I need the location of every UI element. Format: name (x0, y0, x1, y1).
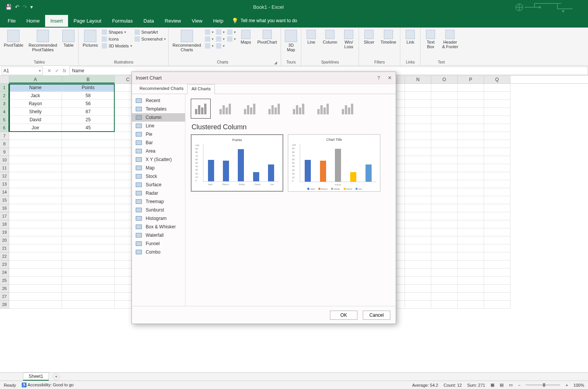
cell[interactable] (9, 196, 62, 204)
menu-home[interactable]: Home (21, 15, 45, 27)
cell[interactable] (62, 148, 115, 156)
cell[interactable] (484, 269, 510, 277)
cell[interactable]: Points (62, 84, 115, 92)
cell[interactable] (484, 228, 510, 236)
row-header-1[interactable]: 1 (0, 84, 9, 92)
zoom-in-button[interactable]: + (565, 383, 568, 387)
cell[interactable] (9, 132, 62, 140)
view-page-break-icon[interactable]: ▭ (509, 382, 513, 387)
chart-subtype-0[interactable] (191, 99, 211, 119)
cell[interactable] (9, 148, 62, 156)
chart-type-area[interactable]: Area (132, 147, 185, 155)
cell[interactable]: Name (9, 84, 62, 92)
cell[interactable] (458, 156, 484, 164)
smartart-button[interactable]: SmartArt (135, 29, 166, 35)
statistic-chart-dropdown[interactable] (216, 36, 225, 42)
cell[interactable] (9, 277, 62, 285)
cancel-formula-icon[interactable]: ✕ (47, 68, 51, 73)
pictures-button[interactable]: Pictures (81, 29, 99, 48)
cell[interactable] (431, 108, 458, 116)
select-all-corner[interactable] (0, 76, 9, 83)
cell[interactable] (431, 269, 458, 277)
sparkline-line-button[interactable]: Line (304, 29, 319, 45)
cell[interactable] (405, 148, 431, 156)
cell[interactable] (458, 228, 484, 236)
icons-button[interactable]: Icons (102, 36, 132, 42)
chart-type-stock[interactable]: Stock (132, 172, 185, 181)
cell[interactable] (405, 236, 431, 244)
zoom-level[interactable]: 100% (573, 383, 584, 387)
row-header-6[interactable]: 6 (0, 124, 9, 132)
3d-map-button[interactable]: 3D Map (283, 29, 299, 53)
cell[interactable]: 56 (62, 100, 115, 108)
cell[interactable] (431, 132, 458, 140)
cell[interactable]: Jack (9, 92, 62, 100)
cell[interactable] (431, 140, 458, 148)
cell[interactable] (405, 188, 431, 196)
cell[interactable] (484, 116, 510, 124)
cell[interactable] (405, 244, 431, 252)
row-header-4[interactable]: 4 (0, 108, 9, 116)
cell[interactable] (405, 212, 431, 220)
dialog-titlebar[interactable]: Insert Chart ? ✕ (132, 72, 396, 84)
cell[interactable] (405, 172, 431, 180)
column-header-Q[interactable]: Q (484, 76, 510, 83)
cell[interactable] (405, 204, 431, 212)
row-header-15[interactable]: 15 (0, 196, 9, 204)
menu-formulas[interactable]: Formulas (107, 15, 138, 27)
chart-subtype-5[interactable] (313, 99, 333, 119)
cell[interactable] (9, 244, 62, 252)
cell[interactable] (484, 244, 510, 252)
cell[interactable] (431, 204, 458, 212)
cell[interactable] (431, 301, 458, 309)
cell[interactable] (405, 252, 431, 260)
cell[interactable] (9, 301, 62, 309)
cell[interactable] (9, 172, 62, 180)
header-footer-button[interactable]: Header & Footer (440, 29, 460, 50)
cell[interactable] (484, 132, 510, 140)
cancel-button[interactable]: Cancel (363, 311, 390, 320)
fx-icon[interactable]: fx (63, 68, 66, 73)
pivot-table-button[interactable]: PivotTable (2, 29, 25, 48)
row-header-7[interactable]: 7 (0, 132, 9, 140)
chart-preview-2[interactable]: Chart Title 1009080706050403020100 Point… (288, 134, 380, 192)
chart-subtype-4[interactable] (289, 99, 309, 119)
cell[interactable] (405, 285, 431, 293)
chart-type-x-y-scatter-[interactable]: X Y (Scatter) (132, 155, 185, 164)
cell[interactable] (484, 148, 510, 156)
cell[interactable] (484, 92, 510, 100)
qat-customize-icon[interactable]: ▾ (30, 4, 33, 10)
row-header-14[interactable]: 14 (0, 188, 9, 196)
chart-type-radar[interactable]: Radar (132, 189, 185, 197)
cell[interactable] (62, 180, 115, 188)
tell-me-search[interactable]: 💡 Tell me what you want to do (232, 18, 297, 24)
cell[interactable] (458, 108, 484, 116)
cell[interactable] (431, 236, 458, 244)
cell[interactable] (484, 156, 510, 164)
cell[interactable] (62, 285, 115, 293)
cell[interactable] (62, 156, 115, 164)
row-header-22[interactable]: 22 (0, 252, 9, 260)
cell[interactable] (431, 228, 458, 236)
menu-help[interactable]: Help (208, 15, 229, 27)
cell[interactable] (9, 269, 62, 277)
cell[interactable] (62, 172, 115, 180)
cell[interactable] (458, 212, 484, 220)
chart-type-surface[interactable]: Surface (132, 181, 185, 189)
maps-button[interactable]: Maps (238, 29, 253, 45)
cell[interactable] (62, 188, 115, 196)
save-icon[interactable]: 💾 (5, 4, 12, 10)
chart-type-bar[interactable]: Bar (132, 138, 185, 147)
cell[interactable] (458, 269, 484, 277)
column-header-P[interactable]: P (458, 76, 484, 83)
cell[interactable] (458, 84, 484, 92)
cell[interactable] (405, 180, 431, 188)
new-sheet-button[interactable]: + (53, 373, 60, 380)
cell[interactable] (405, 220, 431, 228)
cell[interactable] (431, 260, 458, 269)
cell[interactable]: Rayon (9, 100, 62, 108)
cell[interactable] (458, 204, 484, 212)
cell[interactable] (431, 277, 458, 285)
row-header-12[interactable]: 12 (0, 172, 9, 180)
cell[interactable] (62, 260, 115, 269)
